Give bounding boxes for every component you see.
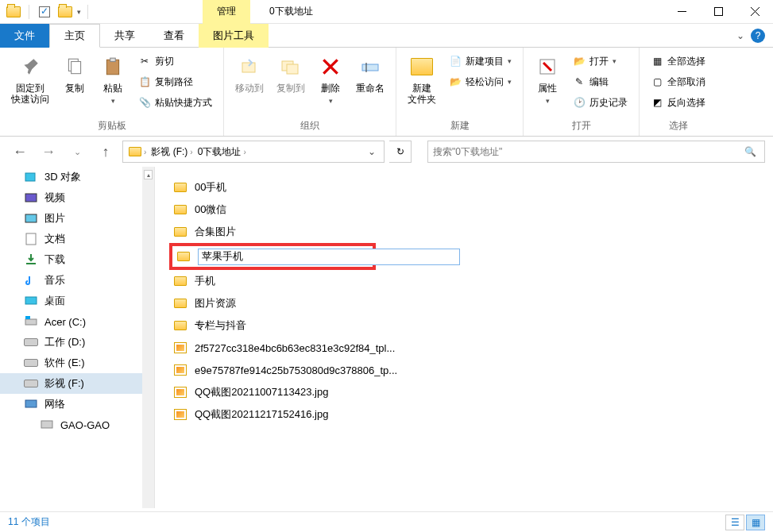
cut-button[interactable]: ✂剪切: [135, 52, 215, 70]
delete-button[interactable]: 删除 ▾: [311, 51, 350, 118]
up-button[interactable]: ↑: [94, 140, 118, 164]
close-button[interactable]: [736, 0, 773, 24]
folder-icon: [409, 54, 435, 79]
sidebar-item[interactable]: 网络: [0, 394, 154, 414]
ribbon-group-organize: 移动到 复制到 删除 ▾ 重命名 组织: [224, 48, 396, 136]
icons-view-button[interactable]: ▦: [746, 515, 765, 530]
label: 重命名: [356, 83, 385, 94]
image-icon: [172, 362, 188, 378]
file-name: QQ截图20211007113423.jpg: [195, 385, 328, 399]
new-folder-button[interactable]: 新建 文件夹: [401, 51, 443, 118]
search-input[interactable]: [433, 146, 741, 157]
sidebar-item[interactable]: 软件 (E:): [0, 353, 154, 373]
tab-view[interactable]: 查看: [149, 24, 199, 48]
move-to-button[interactable]: 移动到: [229, 51, 270, 118]
edit-icon: ✎: [573, 75, 586, 88]
pin-quick-access-button[interactable]: 固定到 快速访问: [5, 51, 56, 118]
scrollbar[interactable]: ▴: [142, 167, 154, 508]
recent-locations-button[interactable]: ⌄: [65, 140, 89, 164]
file-name: 图片资源: [195, 296, 236, 310]
file-item[interactable]: 图片资源: [172, 292, 773, 314]
invert-selection-button[interactable]: ◩反向选择: [647, 94, 709, 111]
tab-share[interactable]: 共享: [100, 24, 149, 48]
folder-icon[interactable]: [56, 3, 74, 21]
svg-rect-11: [362, 64, 378, 71]
select-none-button[interactable]: ▢全部取消: [647, 73, 709, 91]
drive-icon: [24, 335, 38, 349]
chevron-down-icon[interactable]: ▾: [77, 8, 81, 16]
details-view-button[interactable]: ☰: [725, 515, 744, 530]
scroll-up-button[interactable]: ▴: [144, 170, 153, 179]
label: 复制到: [276, 83, 305, 94]
sidebar-item[interactable]: 视频: [0, 187, 154, 208]
breadcrumb-dropdown[interactable]: ⌄: [363, 146, 381, 157]
rename-button[interactable]: 重命名: [350, 51, 391, 118]
edit-button[interactable]: ✎编辑: [570, 73, 631, 91]
sidebar-item[interactable]: 3D 对象: [0, 167, 154, 187]
sidebar-item[interactable]: 桌面: [0, 291, 154, 311]
open-button[interactable]: 📂打开▾: [570, 52, 631, 70]
file-item[interactable]: 00手机: [172, 176, 773, 199]
breadcrumb-item[interactable]: 影视 (F:)›: [149, 145, 195, 159]
folder-icon: [172, 318, 188, 333]
sidebar-item[interactable]: 文档: [0, 229, 154, 249]
file-item[interactable]: e9e75787fe914c25b753080d9c378806_tp...: [172, 359, 773, 381]
label: 粘贴快捷方式: [155, 96, 212, 110]
drive-os-icon: [24, 314, 38, 329]
file-item[interactable]: QQ截图20211217152416.jpg: [172, 403, 773, 426]
sidebar-item[interactable]: Acer (C:): [0, 311, 154, 332]
label: 工作 (D:): [44, 335, 85, 349]
sidebar-item[interactable]: 音乐: [0, 270, 154, 291]
tab-file[interactable]: 文件: [0, 24, 49, 48]
back-button[interactable]: ←: [8, 140, 32, 164]
file-item[interactable]: 合集图片: [172, 221, 773, 243]
copy-button[interactable]: 复制: [56, 51, 94, 118]
label: 视频: [44, 191, 65, 205]
svg-rect-22: [41, 421, 52, 428]
sidebar-item[interactable]: 工作 (D:): [0, 332, 154, 353]
search-box[interactable]: 🔍: [427, 141, 765, 163]
copy-to-icon: [278, 54, 303, 79]
select-all-button[interactable]: ▦全部选择: [647, 52, 709, 70]
minimize-button[interactable]: [663, 0, 700, 24]
forward-button[interactable]: →: [37, 140, 60, 164]
refresh-button[interactable]: ↻: [389, 141, 412, 163]
file-item[interactable]: [169, 243, 376, 270]
label: GAO-GAO: [60, 419, 110, 431]
svg-rect-18: [25, 297, 37, 304]
rename-icon: [358, 54, 383, 79]
chevron-down-icon[interactable]: ⌄: [736, 30, 744, 41]
sidebar-item[interactable]: 影视 (F:): [0, 373, 154, 394]
file-item[interactable]: 00微信: [172, 199, 773, 221]
help-icon[interactable]: ?: [751, 29, 765, 43]
file-item[interactable]: 2f5727cc318e4bc6b63ec831e3c92f84_tpl...: [172, 337, 773, 359]
tab-home[interactable]: 主页: [49, 24, 100, 48]
tab-picture-tools[interactable]: 图片工具: [199, 24, 269, 48]
file-item[interactable]: 专栏与抖音: [172, 314, 773, 337]
file-item[interactable]: QQ截图20211007113423.jpg: [172, 381, 773, 403]
history-button[interactable]: 🕑历史记录: [570, 94, 631, 111]
search-icon[interactable]: 🔍: [741, 146, 759, 157]
paste-shortcut-button[interactable]: 📎粘贴快捷方式: [135, 94, 215, 111]
maximize-button[interactable]: [700, 0, 736, 24]
shortcut-icon: 📎: [138, 96, 151, 109]
sidebar-item[interactable]: GAO-GAO: [0, 414, 154, 435]
easy-access-button[interactable]: 📂轻松访问▾: [446, 73, 515, 91]
rename-input[interactable]: [198, 249, 460, 265]
breadcrumb[interactable]: › 影视 (F:)› 0下载地址› ⌄: [122, 141, 385, 163]
properties-button[interactable]: 属性 ▾: [528, 51, 566, 118]
chevron-down-icon: ▾: [613, 57, 616, 65]
file-name: 00手机: [195, 180, 226, 195]
paste-button[interactable]: 粘贴 ▾: [94, 51, 132, 118]
new-item-button[interactable]: 📄新建项目▾: [446, 52, 515, 70]
file-list[interactable]: 00手机00微信合集图片手机图片资源专栏与抖音2f5727cc318e4bc6b…: [155, 167, 773, 508]
breadcrumb-item[interactable]: 0下载地址›: [195, 145, 249, 159]
sidebar-item[interactable]: 图片: [0, 208, 154, 229]
sidebar-item[interactable]: 下载: [0, 249, 154, 270]
breadcrumb-root[interactable]: ›: [126, 147, 149, 156]
file-name: 手机: [195, 274, 215, 288]
file-item[interactable]: 手机: [172, 270, 773, 292]
checkbox-icon[interactable]: [36, 3, 53, 21]
copy-to-button[interactable]: 复制到: [270, 51, 311, 118]
copy-path-button[interactable]: 📋复制路径: [135, 73, 215, 91]
